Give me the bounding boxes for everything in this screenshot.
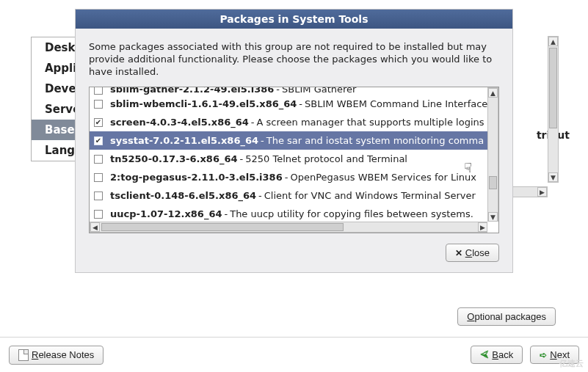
- package-row[interactable]: ✔ screen-4.0.3-4.el5.x86_64 - A screen m…: [90, 113, 487, 131]
- wizard-bottom-bar: Release Notes Back Next: [0, 337, 588, 372]
- package-list-vertical-scrollbar[interactable]: ▲ ▼: [487, 87, 498, 222]
- package-row-selected[interactable]: ✔ sysstat-7.0.2-11.el5.x86_64 - The sar …: [90, 131, 487, 150]
- package-desc: The uucp utility for copying files betwe…: [230, 208, 473, 219]
- package-checkbox[interactable]: [94, 173, 103, 182]
- package-checkbox[interactable]: [94, 155, 103, 164]
- next-button[interactable]: Next: [530, 346, 579, 364]
- package-row[interactable]: sblim-gather-2.1.2-49.el5.i386 - SBLIM G…: [90, 87, 487, 95]
- package-row[interactable]: 2:tog-pegasus-2.11.0-3.el5.i386 - OpenPe…: [90, 168, 487, 186]
- package-desc: OpenPegasus WBEM Services for Linux: [290, 172, 476, 183]
- scrollbar-thumb[interactable]: [101, 223, 344, 231]
- package-desc: Client for VNC and Windows Terminal Serv…: [264, 190, 476, 201]
- package-name: tn5250-0.17.3-6.x86_64: [110, 153, 238, 164]
- package-list: sblim-gather-2.1.2-49.el5.i386 - SBLIM G…: [89, 87, 499, 233]
- package-row[interactable]: tsclient-0.148-6.el5.x86_64 - Client for…: [90, 186, 487, 205]
- back-button[interactable]: Back: [471, 346, 523, 364]
- right-panel-vertical-scrollbar[interactable]: ▲ ▼: [548, 36, 559, 183]
- package-name: uucp-1.07-12.x86_64: [110, 208, 222, 219]
- release-notes-button[interactable]: Release Notes: [9, 346, 104, 365]
- package-name: tsclient-0.148-6.el5.x86_64: [110, 190, 256, 201]
- close-icon: [455, 248, 462, 258]
- scroll-up-icon[interactable]: ▲: [488, 88, 498, 98]
- package-name: sblim-gather-2.1.2-49.el5.i386: [110, 87, 274, 95]
- package-desc: SBLIM Gatherer: [282, 87, 356, 95]
- package-desc: SBLIM WBEM Command Line Interface: [305, 98, 487, 109]
- packages-dialog: Packages in System Tools Some packages a…: [75, 9, 513, 273]
- package-row[interactable]: sblim-wbemcli-1.6.1-49.el5.x86_64 - SBLI…: [90, 95, 487, 113]
- next-arrow-icon: [540, 350, 547, 360]
- scroll-right-icon[interactable]: ▶: [478, 222, 487, 232]
- package-row[interactable]: tn5250-0.17.3-6.x86_64 - 5250 Telnet pro…: [90, 150, 487, 168]
- package-name: 2:tog-pegasus-2.11.0-3.el5.i386: [110, 172, 283, 183]
- package-checkbox[interactable]: ✔: [94, 136, 103, 145]
- package-checkbox[interactable]: [94, 210, 103, 219]
- close-button[interactable]: Close: [446, 244, 499, 262]
- scrollbar-thumb[interactable]: [489, 176, 497, 189]
- optional-packages-button[interactable]: Optional packages: [457, 307, 556, 326]
- package-name: sblim-wbemcli-1.6.1-49.el5.x86_64: [110, 98, 297, 109]
- document-icon: [18, 349, 29, 361]
- scroll-down-icon[interactable]: ▼: [488, 212, 498, 222]
- package-desc: The sar and iostat system monitoring com…: [266, 135, 484, 146]
- scroll-down-icon[interactable]: ▼: [548, 172, 558, 182]
- package-name: sysstat-7.0.2-11.el5.x86_64: [110, 135, 258, 146]
- package-desc: A screen manager that supports multiple …: [257, 117, 484, 128]
- package-checkbox[interactable]: [94, 100, 103, 109]
- package-list-horizontal-scrollbar[interactable]: ◀ ▶: [90, 222, 487, 233]
- package-checkbox[interactable]: ✔: [94, 118, 103, 127]
- scroll-left-icon[interactable]: ◀: [90, 222, 100, 232]
- package-desc: 5250 Telnet protocol and Terminal: [245, 153, 407, 164]
- dialog-intro-text: Some packages associated with this group…: [89, 40, 499, 78]
- package-checkbox[interactable]: [94, 192, 103, 200]
- scroll-right-icon[interactable]: ▶: [537, 187, 547, 197]
- package-row[interactable]: uucp-1.07-12.x86_64 - The uucp utility f…: [90, 205, 487, 222]
- back-arrow-icon: [480, 350, 489, 360]
- scrollbar-thumb[interactable]: [549, 48, 557, 128]
- package-checkbox[interactable]: [94, 87, 103, 95]
- scroll-up-icon[interactable]: ▲: [548, 37, 558, 46]
- package-name: screen-4.0.3-4.el5.x86_64: [110, 117, 249, 128]
- dialog-title: Packages in System Tools: [76, 10, 512, 29]
